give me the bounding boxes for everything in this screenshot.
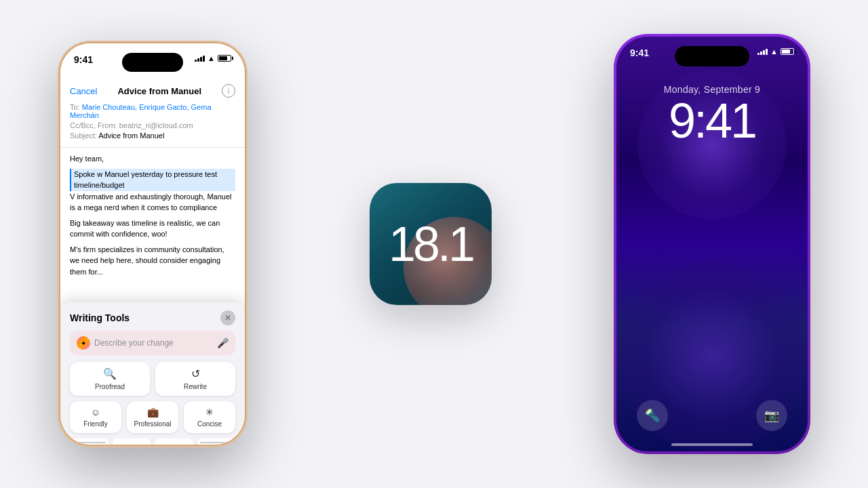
lock-status-icons: ▲ <box>757 47 794 56</box>
lock-bottom-controls: 🔦 📷 <box>616 400 808 431</box>
close-button[interactable]: ✕ <box>220 310 235 325</box>
flashlight-icon: 🔦 <box>645 408 660 423</box>
writing-tools-panel: Writing Tools ✕ ✦ Describe your change 🎤… <box>60 302 245 445</box>
writing-tools-thumbnails: ↓ ↓ <box>60 439 245 445</box>
camera-button[interactable]: 📷 <box>756 400 787 431</box>
lock-screen: 9:41 ▲ Monday, September 9 9:41 � <box>616 37 808 451</box>
status-icons-left: ▲ <box>195 54 231 62</box>
body-selected: Spoke w Manuel yesterday to pressure tes… <box>70 169 235 191</box>
mic-icon[interactable]: 🎤 <box>217 338 229 348</box>
lock-status-time: 9:41 <box>630 47 649 58</box>
writing-tools-header: Writing Tools ✕ <box>60 302 245 331</box>
writing-tools-title: Writing Tools <box>70 312 130 323</box>
dynamic-island-left <box>122 53 183 72</box>
thumb-4: ↓ <box>197 439 236 445</box>
lock-time: 9:41 <box>669 96 755 145</box>
lock-screen-content: Monday, September 9 9:41 <box>616 37 808 451</box>
phone-left: 9:41 ▲ Cancel Advice from Manuel <box>58 41 248 447</box>
body-line2: V informative and exhaustingly thorough,… <box>70 191 235 214</box>
writing-tools-input[interactable]: ✦ Describe your change 🎤 <box>70 331 235 355</box>
phone-right: 9:41 ▲ Monday, September 9 9:41 � <box>614 34 810 454</box>
lock-wifi-icon: ▲ <box>770 47 778 56</box>
flashlight-button[interactable]: 🔦 <box>637 400 668 431</box>
camera-icon: 📷 <box>764 408 779 423</box>
lock-battery-icon <box>781 48 794 55</box>
proofread-button[interactable]: 🔍 Proofread <box>70 362 150 396</box>
email-cc-field: Cc/Bcc, From: beatriz_ri@icloud.com <box>70 121 235 129</box>
friendly-icon: ☺ <box>91 407 100 418</box>
email-header: Cancel Advice from Manuel i To: Marie Ch… <box>60 79 245 148</box>
rewrite-icon: ↺ <box>191 367 200 380</box>
email-nav: Cancel Advice from Manuel i <box>70 84 235 98</box>
body-line4: M's firm specializes in community consul… <box>70 244 235 278</box>
concise-label: Concise <box>197 420 222 428</box>
greeting: Hey team, <box>70 153 235 165</box>
email-content: Cancel Advice from Manuel i To: Marie Ch… <box>60 79 245 309</box>
professional-icon: 💼 <box>147 407 159 418</box>
center-logo: 18.1 <box>363 176 498 312</box>
friendly-label: Friendly <box>83 420 108 428</box>
ios-logo: 18.1 <box>370 183 492 305</box>
email-title: Advice from Manuel <box>117 86 201 96</box>
email-subject-field: Subject: Advice from Manuel <box>70 131 235 140</box>
email-to-field: To: Marie Chouteau, Enrique Gacto, Gema … <box>70 103 235 119</box>
email-body: Hey team, Spoke w Manuel yesterday to pr… <box>60 148 245 287</box>
thumb-1: ↓ <box>70 439 108 445</box>
status-time-left: 9:41 <box>74 54 93 65</box>
dynamic-island-right <box>675 46 749 66</box>
rewrite-label: Rewrite <box>184 383 207 390</box>
lock-signal-icon <box>757 48 768 55</box>
friendly-button[interactable]: ☺ Friendly <box>70 401 121 433</box>
body-line3: Big takeaway was timeline is realistic, … <box>70 218 235 240</box>
signal-icon <box>195 55 205 62</box>
rewrite-button[interactable]: ↺ Rewrite <box>155 362 235 396</box>
info-button[interactable]: i <box>222 84 235 98</box>
thumb-2 <box>113 439 151 445</box>
thumb-3 <box>155 439 193 445</box>
wt-placeholder: Describe your change <box>94 338 174 348</box>
proofread-icon: 🔍 <box>103 367 117 380</box>
recipients: Marie Chouteau, Enrique Gacto, Gema Merc… <box>70 103 212 119</box>
proofread-label: Proofread <box>95 383 125 390</box>
wifi-icon: ▲ <box>208 54 215 62</box>
battery-icon <box>218 55 231 62</box>
professional-button[interactable]: 💼 Professional <box>127 401 178 433</box>
sparkle-icon: ✦ <box>77 336 90 350</box>
home-indicator <box>671 443 753 446</box>
professional-label: Professional <box>134 420 171 428</box>
writing-tools-secondary-buttons: ☺ Friendly 💼 Professional ✳ Concise <box>60 401 245 439</box>
cancel-button[interactable]: Cancel <box>70 86 97 96</box>
wt-input-left: ✦ Describe your change <box>77 336 174 350</box>
concise-icon: ✳ <box>205 407 214 418</box>
concise-button[interactable]: ✳ Concise <box>184 401 235 433</box>
ios-version: 18.1 <box>389 220 473 268</box>
writing-tools-main-buttons: 🔍 Proofread ↺ Rewrite <box>60 362 245 401</box>
